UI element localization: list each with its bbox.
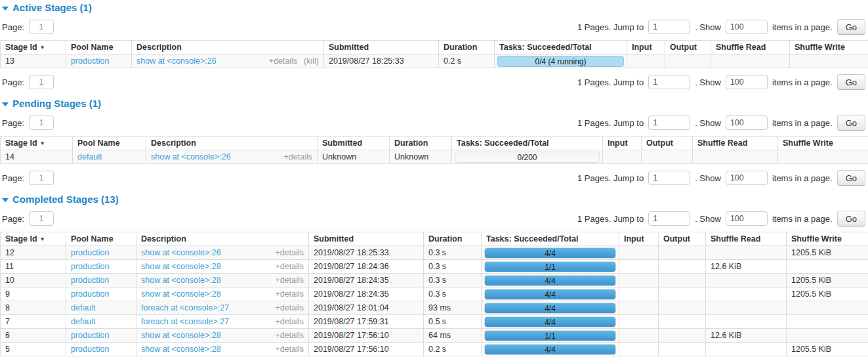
pool-name-link[interactable]: production — [71, 345, 109, 354]
column-header-stage-id[interactable]: Stage Id▼ — [1, 232, 66, 246]
column-header-stage-id[interactable]: Stage Id▼ — [1, 41, 66, 54]
cell-stage-id: 5 — [1, 343, 66, 356]
section-title-text: Completed Stages (13) — [12, 194, 119, 205]
pool-name-link[interactable]: default — [71, 317, 96, 326]
column-header-submitted[interactable]: Submitted — [318, 137, 390, 150]
column-header-shuffle-read[interactable]: Shuffle Read — [706, 232, 787, 246]
description-content: show at <console>:28+details — [141, 262, 304, 271]
page-number-input[interactable] — [29, 171, 54, 185]
description-link[interactable]: show at <console>:28 — [141, 345, 221, 354]
go-button[interactable]: Go — [837, 19, 865, 35]
column-header-shuffle-read[interactable]: Shuffle Read — [711, 41, 790, 54]
description-link[interactable]: show at <console>:26 — [151, 152, 231, 161]
jump-to-page-input[interactable] — [648, 171, 690, 185]
cell-shuffle-write: 1205.5 KiB — [787, 274, 868, 287]
jump-to-page-input[interactable] — [648, 211, 690, 226]
column-header-input[interactable]: Input — [627, 41, 665, 54]
column-header-pool-name[interactable]: Pool Name — [66, 232, 136, 246]
details-toggle[interactable]: +details — [276, 317, 304, 326]
column-header-pool-name[interactable]: Pool Name — [73, 137, 146, 150]
go-button[interactable]: Go — [837, 115, 865, 131]
active-stages-header[interactable]: Active Stages (1) — [2, 2, 868, 13]
page-number-input[interactable] — [29, 75, 54, 89]
pool-name-link[interactable]: production — [71, 262, 109, 271]
details-toggle[interactable]: +details — [276, 262, 304, 271]
pool-name-link[interactable]: default — [71, 303, 96, 312]
details-toggle[interactable]: +details — [276, 248, 304, 257]
page-jump-controls: 1 Pages. Jump to . Show items in a page.… — [577, 115, 865, 131]
cell-shuffle-write: 1205.5 KiB — [787, 343, 868, 356]
column-header-description[interactable]: Description — [132, 41, 324, 54]
details-toggle[interactable]: +details — [276, 276, 304, 285]
column-header-shuffle-write[interactable]: Shuffle Write — [787, 232, 868, 246]
items-per-page-input[interactable] — [726, 20, 768, 34]
description-link[interactable]: show at <console>:26 — [141, 248, 221, 257]
column-header-output[interactable]: Output — [659, 232, 706, 246]
completed-stages-header[interactable]: Completed Stages (13) — [2, 194, 868, 205]
page-number-input[interactable] — [29, 20, 54, 34]
tasks-progress-label: 1/1 — [485, 262, 615, 272]
column-header-shuffle-write[interactable]: Shuffle Write — [790, 41, 868, 54]
column-label: Duration — [394, 138, 428, 148]
jump-to-page-input[interactable] — [648, 20, 690, 34]
pool-name-link[interactable]: production — [71, 56, 109, 66]
pagination-bar: Page: 1 Pages. Jump to . Show items in a… — [2, 170, 865, 186]
cell-shuffle-write — [787, 260, 868, 274]
column-header-stage-id[interactable]: Stage Id▼ — [1, 137, 73, 150]
jump-to-page-input[interactable] — [648, 75, 690, 89]
go-button[interactable]: Go — [837, 211, 865, 226]
column-header-input[interactable]: Input — [603, 137, 642, 150]
details-toggle[interactable]: +details — [276, 331, 304, 340]
items-per-page-input[interactable] — [726, 75, 768, 89]
column-header-tasks-succeeded-total[interactable]: Tasks: Succeeded/Total — [452, 137, 603, 150]
column-header-input[interactable]: Input — [619, 232, 659, 246]
items-per-page-input[interactable] — [726, 116, 768, 130]
go-button[interactable]: Go — [837, 170, 865, 186]
description-link[interactable]: show at <console>:28 — [141, 289, 221, 299]
column-header-shuffle-write[interactable]: Shuffle Write — [778, 137, 868, 150]
stage-row: 9productionshow at <console>:28+details2… — [1, 287, 868, 301]
column-header-submitted[interactable]: Submitted — [309, 232, 424, 246]
stage-row: 10productionshow at <console>:28+details… — [1, 274, 868, 287]
column-header-output[interactable]: Output — [665, 41, 711, 54]
details-toggle[interactable]: +details — [284, 152, 312, 161]
go-button[interactable]: Go — [837, 74, 865, 90]
details-toggle[interactable]: +details — [276, 303, 304, 312]
description-link[interactable]: show at <console>:28 — [141, 331, 221, 340]
column-header-duration[interactable]: Duration — [390, 137, 452, 150]
description-link[interactable]: show at <console>:26 — [136, 56, 217, 66]
column-header-pool-name[interactable]: Pool Name — [66, 41, 132, 54]
active-pagination-top: Page: 1 Pages. Jump to . Show items in a… — [0, 19, 868, 35]
pool-name-link[interactable]: production — [71, 248, 109, 257]
tasks-progress-label: 0/200 — [455, 152, 599, 162]
column-header-description[interactable]: Description — [136, 232, 309, 246]
page-number-input[interactable] — [29, 211, 54, 226]
pending-stages-header[interactable]: Pending Stages (1) — [2, 98, 868, 109]
pool-name-link[interactable]: production — [71, 276, 109, 285]
description-link[interactable]: show at <console>:28 — [141, 276, 221, 285]
kill-link[interactable]: (kill) — [304, 56, 319, 66]
description-actions: +details — [284, 152, 312, 161]
jump-to-page-input[interactable] — [648, 116, 690, 130]
details-toggle[interactable]: +details — [269, 56, 297, 66]
items-per-page-input[interactable] — [726, 211, 768, 226]
cell-description: show at <console>:26+details — [146, 150, 318, 164]
column-header-submitted[interactable]: Submitted — [324, 41, 439, 54]
pool-name-link[interactable]: production — [71, 331, 109, 340]
pool-name-link[interactable]: default — [77, 152, 102, 161]
column-header-tasks-succeeded-total[interactable]: Tasks: Succeeded/Total — [482, 232, 619, 246]
column-header-duration[interactable]: Duration — [439, 41, 495, 54]
column-header-duration[interactable]: Duration — [424, 232, 482, 246]
details-toggle[interactable]: +details — [276, 345, 304, 354]
description-link[interactable]: foreach at <console>:27 — [141, 303, 229, 312]
description-link[interactable]: show at <console>:28 — [141, 262, 221, 271]
details-toggle[interactable]: +details — [276, 289, 304, 299]
column-header-description[interactable]: Description — [146, 137, 318, 150]
items-per-page-input[interactable] — [726, 171, 768, 185]
description-link[interactable]: foreach at <console>:27 — [141, 317, 229, 326]
column-header-tasks-succeeded-total[interactable]: Tasks: Succeeded/Total — [495, 41, 627, 54]
column-header-output[interactable]: Output — [642, 137, 693, 150]
pool-name-link[interactable]: production — [71, 289, 109, 299]
column-header-shuffle-read[interactable]: Shuffle Read — [693, 137, 778, 150]
page-number-input[interactable] — [29, 116, 54, 130]
